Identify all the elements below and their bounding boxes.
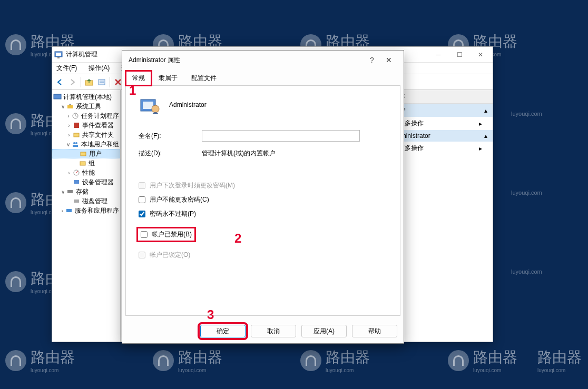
tree-groups[interactable]: 组 (52, 158, 120, 168)
chk-cannot-change[interactable] (139, 196, 145, 203)
svg-rect-19 (81, 152, 86, 156)
tree-root[interactable]: 计算机管理(本地) (52, 92, 120, 102)
collapse-icon: ▴ (484, 107, 487, 114)
arrow-icon: ▸ (479, 145, 482, 152)
minimize-button[interactable]: ─ (428, 48, 448, 62)
svg-rect-12 (67, 105, 73, 108)
svg-rect-18 (73, 145, 78, 147)
watermark: 路由器luyouqi.com (300, 347, 370, 373)
fullname-label: 全名(F): (139, 132, 202, 141)
tree-panel: 计算机管理(本地) ∨系统工具 ›任务计划程序 ›事件查看器 ›共享文件夹 ∨本… (52, 90, 121, 342)
checkbox-account-disabled[interactable]: 帐户已禁用(B) (139, 229, 194, 240)
annotation-2: 2 (234, 231, 241, 246)
close-button[interactable]: ✕ (471, 48, 491, 62)
svg-point-17 (75, 142, 77, 144)
checkbox-cannot-change-password[interactable]: 用户不能更改密码(C) (139, 195, 387, 204)
tree-system-tools[interactable]: ∨系统工具 (52, 102, 120, 111)
tab-profile[interactable]: 配置文件 (184, 71, 223, 86)
tree-local-users-groups[interactable]: ∨本地用户和组 (52, 139, 120, 149)
up-folder-icon[interactable] (83, 76, 95, 88)
tree-task-scheduler[interactable]: ›任务计划程序 (52, 111, 120, 121)
dialog-help-button[interactable]: ? (364, 56, 380, 64)
svg-rect-11 (54, 94, 61, 99)
checkbox-must-change-password: 用户下次登录时须更改密码(M) (139, 181, 387, 190)
chk-must-change (139, 182, 145, 189)
cancel-button[interactable]: 取消 (251, 325, 296, 337)
svg-rect-23 (67, 190, 73, 193)
svg-point-16 (73, 142, 75, 144)
watermark: luyouqi.com (511, 111, 542, 117)
fullname-input[interactable] (202, 130, 360, 142)
dialog-content: Administrator 全名(F): 描述(D): 管理计算机(域)的内置帐… (125, 85, 400, 316)
maximize-button[interactable]: ☐ (449, 48, 469, 62)
user-icon (139, 94, 160, 115)
help-button[interactable]: 帮助 (352, 325, 397, 337)
tree-device-manager[interactable]: 设备管理器 (52, 177, 120, 187)
chk-disabled[interactable] (141, 231, 148, 238)
tree-shared-folders[interactable]: ›共享文件夹 (52, 130, 120, 139)
svg-rect-25 (66, 209, 72, 212)
svg-rect-2 (57, 57, 60, 58)
ok-button[interactable]: 确定 (200, 325, 246, 337)
svg-rect-14 (74, 123, 79, 128)
username-text: Administrator (169, 101, 207, 108)
menu-file[interactable]: 文件(F) (54, 63, 79, 74)
dialog-titlebar[interactable]: Administrator 属性 ? ✕ (122, 51, 404, 69)
watermark: 路由器luyouqi.com (537, 347, 582, 373)
description-text: 管理计算机(域)的内置帐户 (202, 149, 276, 158)
watermark: 路由器luyouqi.com (448, 347, 517, 373)
arrow-icon: ▸ (479, 120, 482, 127)
description-label: 描述(D): (139, 149, 202, 158)
properties-icon[interactable] (96, 76, 107, 88)
properties-dialog: Administrator 属性 ? ✕ 常规 隶属于 配置文件 Adminis… (122, 50, 404, 344)
tree-event-viewer[interactable]: ›事件查看器 (52, 121, 120, 130)
tree-services-apps[interactable]: ›服务和应用程序 (52, 206, 120, 215)
checkbox-account-locked: 帐户已锁定(O) (139, 251, 387, 260)
chk-never-expires[interactable] (139, 211, 145, 217)
svg-rect-24 (74, 200, 79, 203)
chk-locked (139, 252, 145, 258)
svg-rect-15 (74, 133, 79, 137)
svg-rect-4 (99, 79, 105, 85)
watermark: luyouqi.com (511, 268, 542, 275)
tree-performance[interactable]: ›性能 (52, 168, 120, 177)
forward-icon[interactable] (67, 76, 79, 88)
app-icon (54, 51, 63, 59)
tree-storage[interactable]: ∨存储 (52, 187, 120, 196)
svg-point-28 (152, 105, 159, 113)
back-icon[interactable] (54, 76, 66, 88)
tree-users[interactable]: 用户 (52, 149, 120, 158)
annotation-3: 3 (207, 307, 214, 322)
watermark: 路由器luyouqi.com (5, 347, 75, 373)
checkbox-password-never-expires[interactable]: 密码永不过期(P) (139, 210, 387, 218)
tree-disk-management[interactable]: 磁盘管理 (52, 196, 120, 206)
svg-rect-1 (56, 53, 61, 56)
svg-rect-22 (74, 180, 79, 184)
watermark: luyouqi.com (511, 189, 542, 196)
collapse-icon: ▴ (484, 132, 487, 139)
apply-button[interactable]: 应用(A) (301, 325, 347, 337)
dialog-close-button[interactable]: ✕ (380, 56, 397, 64)
menu-action[interactable]: 操作(A) (86, 63, 112, 74)
svg-rect-20 (80, 162, 85, 165)
watermark: 路由器luyouqi.com (153, 347, 222, 373)
annotation-1: 1 (129, 83, 136, 98)
tab-memberof[interactable]: 隶属于 (152, 71, 184, 86)
dialog-title: Administrator 属性 (129, 56, 364, 65)
